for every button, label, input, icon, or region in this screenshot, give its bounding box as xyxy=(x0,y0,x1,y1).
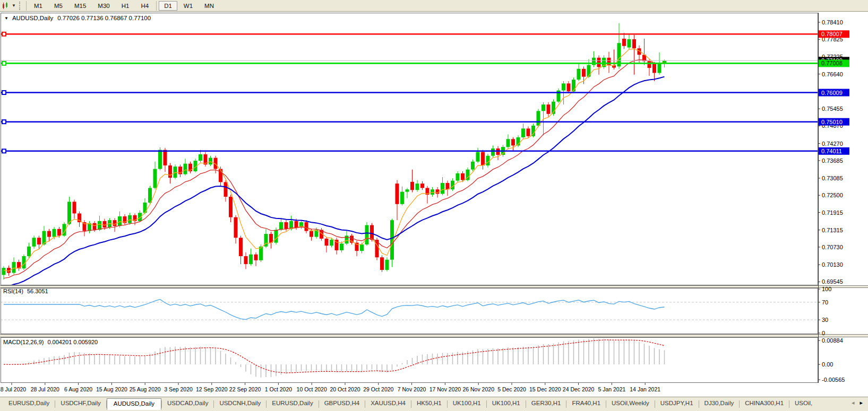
timeframe-button-mn[interactable]: MN xyxy=(199,1,219,11)
collapse-arrow-icon[interactable]: ▼ xyxy=(4,16,8,21)
chart-tab-usdchf-daily[interactable]: USDCHF,Daily xyxy=(55,398,106,408)
chart-tab-fra40-h1[interactable]: FRA40,H1 xyxy=(566,398,606,408)
chevron-down-icon[interactable]: ▼ xyxy=(11,3,17,8)
price-badge-0.77008: 0.77008 xyxy=(819,59,849,67)
macd-label: MACD(12,26,9) 0.004201 0.005920 xyxy=(3,339,98,345)
timeframe-button-m15[interactable]: M15 xyxy=(69,1,91,11)
timeframe-button-h1[interactable]: H1 xyxy=(116,1,135,11)
svg-text:0.73085: 0.73085 xyxy=(822,175,843,181)
tab-scroll-arrows: ◂ ▸ xyxy=(846,397,868,406)
svg-text:0.70730: 0.70730 xyxy=(822,244,843,250)
macd-values: 0.004201 0.005920 xyxy=(47,339,98,345)
svg-text:0.69545: 0.69545 xyxy=(822,278,843,285)
price-badge-0.76009: 0.76009 xyxy=(819,89,849,97)
chart-tab-xauusd-h4[interactable]: XAUUSD,H4 xyxy=(365,398,411,408)
chart-tab-usdcnh-daily[interactable]: USDCNH,Daily xyxy=(214,398,266,408)
svg-text:0.70130: 0.70130 xyxy=(822,261,843,268)
svg-text:1 Oct 2020: 1 Oct 2020 xyxy=(265,386,293,392)
svg-text:12 Sep 2020: 12 Sep 2020 xyxy=(196,386,228,392)
svg-text:22 Sep 2020: 22 Sep 2020 xyxy=(229,386,261,392)
timeframe-button-m30[interactable]: M30 xyxy=(92,1,115,11)
hline-handle-0.74011[interactable] xyxy=(2,149,6,153)
rsi-label: RSI(14) 56.3051 xyxy=(3,288,48,294)
svg-text:0.72500: 0.72500 xyxy=(822,192,843,198)
timeframe-button-m1[interactable]: M1 xyxy=(29,1,48,11)
svg-text:5 Jan 2021: 5 Jan 2021 xyxy=(598,386,625,392)
svg-text:7 Nov 2020: 7 Nov 2020 xyxy=(398,386,426,392)
svg-text:-0.00565: -0.00565 xyxy=(822,377,845,383)
svg-text:14 Jan 2021: 14 Jan 2021 xyxy=(630,386,660,392)
top-toolbar: ▼ M1M5M15M30H1H4D1W1MN xyxy=(0,0,868,12)
price-badge-0.78007: 0.78007 xyxy=(819,30,849,38)
chart-tool-icon[interactable] xyxy=(1,2,11,10)
toolbar-separator xyxy=(26,1,27,11)
toolbar-grip[interactable] xyxy=(19,2,22,10)
timeframe-buttons: M1M5M15M30H1H4D1W1MN xyxy=(24,1,220,11)
chart-tab-uk100-h1[interactable]: UK100,H1 xyxy=(487,398,526,408)
svg-text:0.73685: 0.73685 xyxy=(822,158,843,164)
svg-text:26 Nov 2020: 26 Nov 2020 xyxy=(462,386,494,392)
svg-text:0.71315: 0.71315 xyxy=(822,227,843,233)
macd-name: MACD(12,26,9) xyxy=(3,339,44,345)
hline-handle-0.77008[interactable] xyxy=(2,62,6,65)
chart-tab-usdcad-daily[interactable]: USDCAD,Daily xyxy=(162,398,213,408)
chart-tab-gbpusd-h4[interactable]: GBPUSD,H4 xyxy=(319,398,365,408)
chart-tab-china300-h1[interactable]: CHINA300,H1 xyxy=(740,398,789,408)
timeframe-button-d1[interactable]: D1 xyxy=(159,1,177,11)
svg-text:0.74011: 0.74011 xyxy=(821,148,842,154)
tab-scroll-left-icon[interactable]: ◂ xyxy=(852,399,855,406)
svg-text:0.74270: 0.74270 xyxy=(822,141,843,147)
chart-tab-ger30-h1[interactable]: GER30,H1 xyxy=(526,398,566,408)
svg-text:100: 100 xyxy=(822,286,831,292)
chart-tabbar: EURUSD,DailyUSDCHF,DailyAUDUSD,DailyUSDC… xyxy=(0,397,868,411)
svg-text:25 Aug 2020: 25 Aug 2020 xyxy=(130,386,161,392)
hline-handle-0.75010[interactable] xyxy=(2,120,6,124)
svg-text:0.76640: 0.76640 xyxy=(822,71,843,77)
svg-text:3 Sep 2020: 3 Sep 2020 xyxy=(164,386,193,392)
svg-text:0.00: 0.00 xyxy=(822,361,833,368)
svg-text:0.76009: 0.76009 xyxy=(821,90,843,96)
price-badge-0.74011: 0.74011 xyxy=(819,147,849,155)
rsi-value: 56.3051 xyxy=(27,288,48,294)
svg-text:0.75455: 0.75455 xyxy=(822,106,843,112)
svg-text:28 Jul 2020: 28 Jul 2020 xyxy=(31,386,59,392)
chart-tab-eurusd-daily[interactable]: EURUSD,Daily xyxy=(267,398,318,408)
rsi-name: RSI(14) xyxy=(3,288,23,294)
chart-title: ▼ AUDUSD,Daily 0.77026 0.77136 0.76867 0… xyxy=(4,15,151,21)
chart-canvas[interactable]: ▼ AUDUSD,Daily 0.77026 0.77136 0.76867 0… xyxy=(0,12,868,397)
hline-handle-0.76009[interactable] xyxy=(2,91,6,94)
svg-text:15 Aug 2020: 15 Aug 2020 xyxy=(96,386,127,392)
chart-tab-dj30-daily[interactable]: DJ30,Daily xyxy=(699,398,740,408)
svg-text:0.71915: 0.71915 xyxy=(822,209,843,216)
svg-text:0.77008: 0.77008 xyxy=(821,60,843,66)
chart-tabs: EURUSD,DailyUSDCHF,DailyAUDUSD,DailyUSDC… xyxy=(0,398,846,410)
chart-tab-usdjpy-h1[interactable]: USDJPY,H1 xyxy=(655,398,699,408)
macd-signal-line xyxy=(4,340,665,373)
svg-text:0.78007: 0.78007 xyxy=(821,31,843,37)
toolbar-separator xyxy=(156,1,157,11)
svg-text:70: 70 xyxy=(822,299,828,305)
chart-tab-audusd-daily[interactable]: AUDUSD,Daily xyxy=(107,398,161,410)
tab-scroll-right-icon[interactable]: ▸ xyxy=(860,399,863,406)
ma-line-25 xyxy=(4,77,665,287)
svg-text:0.00884: 0.00884 xyxy=(822,337,843,344)
svg-text:5 Dec 2020: 5 Dec 2020 xyxy=(497,386,526,392)
price-badge-0.75010: 0.75010 xyxy=(819,118,849,126)
timeframe-button-h4[interactable]: H4 xyxy=(135,1,154,11)
hline-handle-0.78007[interactable] xyxy=(2,32,6,36)
chart-tab-uk100-h1[interactable]: UK100,H1 xyxy=(448,398,486,408)
svg-text:0.78410: 0.78410 xyxy=(822,19,843,25)
svg-text:29 Oct 2020: 29 Oct 2020 xyxy=(363,386,393,392)
time-axis-labels: 18 Jul 202028 Jul 20206 Aug 202015 Aug 2… xyxy=(0,383,660,392)
chart-ohlc: 0.77026 0.77136 0.76867 0.77100 xyxy=(57,15,151,21)
svg-text:18 Jul 2020: 18 Jul 2020 xyxy=(0,386,26,392)
chart-tab-hk50-h1[interactable]: HK50,H1 xyxy=(411,398,447,408)
chart-tab-usoil-weekly[interactable]: USOil,Weekly xyxy=(606,398,655,408)
chart-tab-eurusd-daily[interactable]: EURUSD,Daily xyxy=(3,398,55,408)
timeframe-button-m5[interactable]: M5 xyxy=(49,1,68,11)
timeframe-button-w1[interactable]: W1 xyxy=(178,1,198,11)
svg-text:24 Dec 2020: 24 Dec 2020 xyxy=(563,386,595,392)
svg-text:20 Oct 2020: 20 Oct 2020 xyxy=(330,386,360,392)
chart-tab-usoil-[interactable]: USOil, xyxy=(789,398,818,408)
price-chart-svg[interactable]: 0.784100.778250.772250.766400.760550.754… xyxy=(0,12,868,397)
